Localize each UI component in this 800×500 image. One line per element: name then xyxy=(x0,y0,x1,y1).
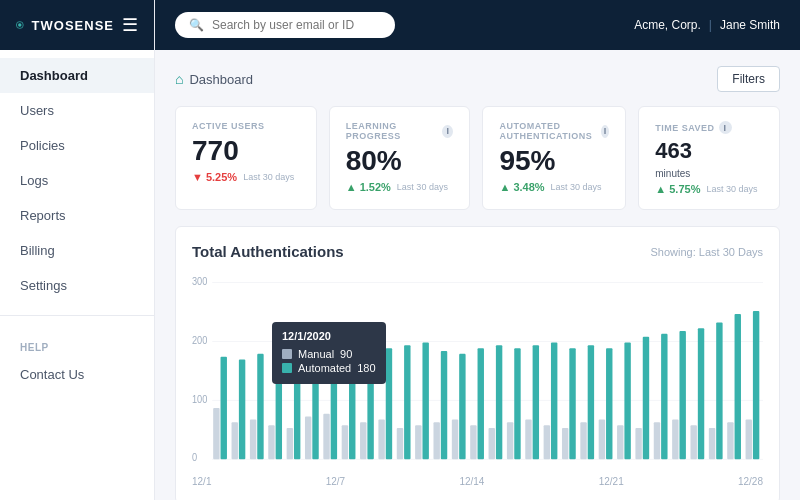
svg-rect-11 xyxy=(221,357,227,460)
x-label-2: 12/7 xyxy=(326,476,345,487)
stats-row: ACTIVE USERS 770 ▼ 5.25% Last 30 days LE… xyxy=(175,106,780,210)
search-icon: 🔍 xyxy=(189,18,204,32)
logo-text: TWOSENSE xyxy=(32,18,114,33)
hamburger-icon[interactable]: ☰ xyxy=(122,14,138,36)
svg-rect-44 xyxy=(525,419,531,459)
tooltip-automated-value: 180 xyxy=(357,362,375,374)
filters-button[interactable]: Filters xyxy=(717,66,780,92)
svg-rect-67 xyxy=(735,314,741,459)
svg-rect-34 xyxy=(433,422,439,459)
stat-label-automated-auth: AUTOMATED AUTHENTICATIONS i xyxy=(499,121,609,141)
svg-rect-22 xyxy=(323,414,329,460)
stat-period-active-users: Last 30 days xyxy=(243,172,294,182)
svg-rect-39 xyxy=(478,348,484,459)
svg-rect-47 xyxy=(551,342,557,459)
svg-rect-45 xyxy=(533,345,539,459)
user-info: Acme, Corp. | Jane Smith xyxy=(634,18,780,32)
svg-point-1 xyxy=(18,23,21,26)
svg-rect-66 xyxy=(727,422,733,459)
sidebar-item-logs[interactable]: Logs xyxy=(0,163,154,198)
svg-rect-55 xyxy=(624,342,630,459)
sidebar-item-reports[interactable]: Reports xyxy=(0,198,154,233)
svg-text:200: 200 xyxy=(192,334,208,346)
stat-value-automated-auth: 95% xyxy=(499,147,609,175)
svg-rect-41 xyxy=(496,345,502,459)
svg-rect-12 xyxy=(232,422,238,459)
chart-tooltip: 12/1/2020 Manual 90 Automated 180 xyxy=(272,322,386,384)
svg-rect-56 xyxy=(635,428,641,459)
svg-rect-69 xyxy=(753,311,759,459)
stat-label-learning-progress: LEARNING PROGRESS i xyxy=(346,121,454,141)
svg-rect-16 xyxy=(268,425,274,459)
chart-title: Total Authentications xyxy=(192,243,344,260)
tooltip-manual-item: Manual 90 xyxy=(282,348,376,360)
stat-card-active-users: ACTIVE USERS 770 ▼ 5.25% Last 30 days xyxy=(175,106,317,210)
search-input[interactable] xyxy=(212,18,381,32)
stat-value-active-users: 770 xyxy=(192,137,300,165)
stat-change-automated: ▲ 3.48% xyxy=(499,181,544,193)
sidebar-item-users[interactable]: Users xyxy=(0,93,154,128)
svg-rect-30 xyxy=(397,428,403,459)
svg-rect-24 xyxy=(342,425,348,459)
info-icon-time-saved[interactable]: i xyxy=(719,121,732,134)
svg-rect-62 xyxy=(690,425,696,459)
sidebar-item-dashboard[interactable]: Dashboard xyxy=(0,58,154,93)
svg-rect-61 xyxy=(679,331,685,459)
svg-text:100: 100 xyxy=(192,393,208,405)
stat-change-time-saved: ▲ 5.75% xyxy=(655,183,700,195)
x-label-1: 12/1 xyxy=(192,476,211,487)
stat-period-automated: Last 30 days xyxy=(551,182,602,192)
sidebar-item-settings[interactable]: Settings xyxy=(0,268,154,303)
stat-value-time-saved: 463 xyxy=(655,140,763,162)
svg-rect-59 xyxy=(661,334,667,460)
svg-text:0: 0 xyxy=(192,452,198,464)
svg-rect-68 xyxy=(746,419,752,459)
main-nav: Dashboard Users Policies Logs Reports Bi… xyxy=(0,50,154,311)
svg-rect-14 xyxy=(250,419,256,459)
stat-label-active-users: ACTIVE USERS xyxy=(192,121,300,131)
svg-rect-57 xyxy=(643,337,649,460)
stat-subunit-time-saved: minutes xyxy=(655,168,763,179)
stat-change-row-active-users: ▼ 5.25% Last 30 days xyxy=(192,171,300,183)
svg-rect-20 xyxy=(305,417,311,460)
tooltip-automated-item: Automated 180 xyxy=(282,362,376,374)
help-nav: HELP Contact Us xyxy=(0,320,154,400)
svg-rect-60 xyxy=(672,419,678,459)
user-divider: | xyxy=(709,18,712,32)
svg-rect-18 xyxy=(287,428,293,459)
breadcrumb-left: ⌂ Dashboard xyxy=(175,71,253,87)
stat-value-learning-progress: 80% xyxy=(346,147,454,175)
stat-change-active-users: ▼ 5.25% xyxy=(192,171,237,183)
svg-rect-54 xyxy=(617,425,623,459)
tooltip-date: 12/1/2020 xyxy=(282,330,376,342)
svg-rect-50 xyxy=(580,422,586,459)
search-box[interactable]: 🔍 xyxy=(175,12,395,38)
help-section-label: HELP xyxy=(0,328,154,357)
svg-rect-52 xyxy=(599,419,605,459)
svg-rect-29 xyxy=(386,348,392,459)
stat-period-time-saved: Last 30 days xyxy=(706,184,757,194)
svg-text:300: 300 xyxy=(192,275,208,287)
svg-rect-10 xyxy=(213,408,219,459)
stat-change-row-automated: ▲ 3.48% Last 30 days xyxy=(499,181,609,193)
svg-rect-36 xyxy=(452,419,458,459)
info-icon-automated[interactable]: i xyxy=(601,125,609,138)
info-icon-learning[interactable]: i xyxy=(442,125,453,138)
svg-rect-35 xyxy=(441,351,447,459)
svg-rect-43 xyxy=(514,348,520,459)
sidebar-item-billing[interactable]: Billing xyxy=(0,233,154,268)
stat-change-row-time-saved: ▲ 5.75% Last 30 days xyxy=(655,183,763,195)
tooltip-swatch-manual xyxy=(282,349,292,359)
svg-rect-49 xyxy=(569,348,575,459)
stat-change-row-learning: ▲ 1.52% Last 30 days xyxy=(346,181,454,193)
stat-card-time-saved: TIME SAVED i 463 minutes ▲ 5.75% Last 30… xyxy=(638,106,780,210)
stat-card-automated-auth: AUTOMATED AUTHENTICATIONS i 95% ▲ 3.48% … xyxy=(482,106,626,210)
twosense-logo-icon xyxy=(16,14,24,36)
svg-rect-48 xyxy=(562,428,568,459)
sidebar-item-contact-us[interactable]: Contact Us xyxy=(0,357,154,392)
logo-area: TWOSENSE ☰ xyxy=(0,0,154,50)
sidebar-item-policies[interactable]: Policies xyxy=(0,128,154,163)
stat-period-learning: Last 30 days xyxy=(397,182,448,192)
svg-rect-26 xyxy=(360,422,366,459)
svg-rect-15 xyxy=(257,354,263,460)
